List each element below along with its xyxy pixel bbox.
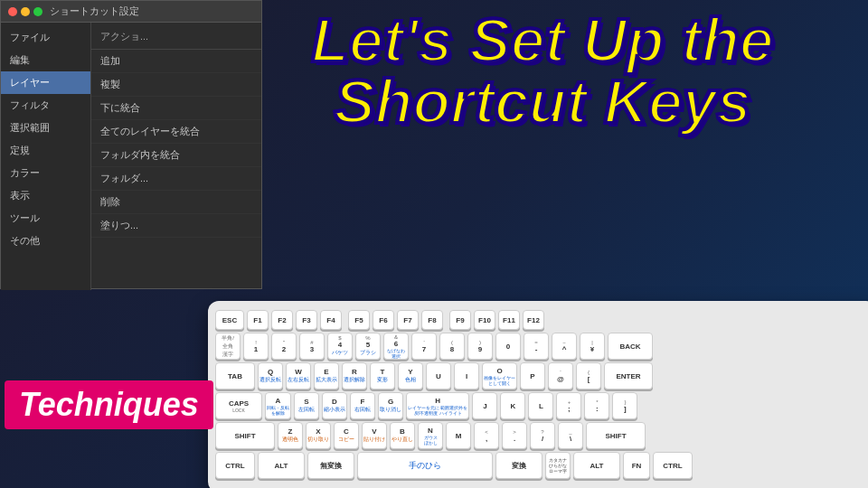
key-enter[interactable]: ENTER	[604, 362, 653, 389]
key-1[interactable]: !1	[243, 333, 269, 360]
action-merge-folder[interactable]: フォルダ内を統合	[91, 144, 261, 167]
menu-ruler[interactable]: 定規	[1, 139, 90, 162]
key-f8[interactable]: F8	[421, 310, 443, 330]
key-y[interactable]: Y色相	[398, 362, 423, 389]
action-delete[interactable]: 削除	[91, 191, 261, 214]
key-x[interactable]: X切り取り	[306, 422, 331, 449]
key-c[interactable]: Cコピー	[334, 422, 359, 449]
key-f7[interactable]: F7	[397, 310, 419, 330]
key-f9[interactable]: F9	[449, 310, 471, 330]
key-alt-left[interactable]: ALT	[258, 452, 305, 479]
title-overlay: Let's Set Up the Shortcut Keys	[217, 9, 868, 132]
key-j[interactable]: J	[472, 392, 497, 419]
key-caps[interactable]: CAPSLOCK	[215, 392, 262, 419]
key-f4[interactable]: F4	[320, 310, 342, 330]
key-4[interactable]: $4バケツ	[327, 333, 353, 360]
menu-tool[interactable]: ツール	[1, 207, 90, 230]
key-7[interactable]: '7	[411, 333, 437, 360]
key-p[interactable]: P	[520, 362, 545, 389]
key-u[interactable]: U	[426, 362, 451, 389]
key-o[interactable]: O画像をレイヤーとして開く	[482, 362, 517, 389]
key-d[interactable]: D縮小表示	[322, 392, 347, 419]
key-a[interactable]: A回転・反転を解除	[265, 392, 291, 419]
action-folder[interactable]: フォルダ...	[91, 167, 261, 191]
menu-view[interactable]: 表示	[1, 184, 90, 207]
left-menu: ファイル 編集 レイヤー フィルタ 選択範囲 定規 カラー 表示 ツール その他	[1, 23, 91, 290]
key-caret[interactable]: ~^	[552, 333, 577, 360]
menu-selection[interactable]: 選択範囲	[1, 117, 90, 139]
key-semicolon[interactable]: +;	[556, 392, 581, 419]
menu-color[interactable]: カラー	[1, 162, 90, 184]
key-period[interactable]: >.	[502, 422, 527, 449]
key-v[interactable]: V貼り付け	[362, 422, 387, 449]
key-henkan[interactable]: 変換	[495, 452, 542, 479]
key-bracket-open[interactable]: {[	[576, 362, 601, 389]
key-alt-right[interactable]: ALT	[573, 452, 620, 479]
key-backslash[interactable]: _\	[558, 422, 583, 449]
menu-layer[interactable]: レイヤー	[1, 71, 90, 94]
key-r[interactable]: R選択解除	[342, 362, 367, 389]
key-f10[interactable]: F10	[474, 310, 495, 330]
key-q[interactable]: Q選択反転	[258, 362, 283, 389]
key-katakana[interactable]: カタカナひらがなローマ字	[545, 452, 571, 479]
key-6[interactable]: &6なげなわ選択	[383, 333, 409, 360]
key-8[interactable]: (8	[439, 333, 465, 360]
key-muhenkan[interactable]: 無変換	[307, 452, 354, 479]
dot-red[interactable]	[8, 7, 17, 16]
key-hankaku[interactable]: 半角/全角漢字	[215, 333, 241, 360]
key-fn-key[interactable]: FN	[623, 452, 650, 479]
bottom-row: CTRL ALT 無変換 手のひら 変換 カタカナひらがなローマ字 ALT FN…	[215, 452, 868, 479]
key-at[interactable]: `@	[548, 362, 573, 389]
key-f12[interactable]: F12	[523, 310, 544, 330]
key-bracket-close[interactable]: }]	[612, 392, 637, 419]
key-comma[interactable]: <,	[474, 422, 499, 449]
key-b[interactable]: Bやり直し	[390, 422, 415, 449]
key-3[interactable]: #3	[299, 333, 325, 360]
key-l[interactable]: L	[528, 392, 553, 419]
action-fill[interactable]: 塗りつ...	[91, 214, 261, 238]
key-0[interactable]: 0	[495, 333, 521, 360]
keyboard: ESC F1 F2 F3 F4 F5 F6 F7 F8 F9 F10 F11 F…	[208, 301, 868, 488]
key-minus[interactable]: =-	[524, 333, 549, 360]
key-shift-right[interactable]: SHIFT	[586, 422, 646, 449]
menu-filter[interactable]: フィルタ	[1, 94, 90, 117]
key-tab[interactable]: TAB	[215, 362, 255, 389]
number-key-row: 半角/全角漢字 !1 "2 #3 $4バケツ %5ブラシ &6なげなわ選択 '7…	[215, 333, 868, 360]
key-ctrl-left[interactable]: CTRL	[215, 452, 255, 479]
key-f5[interactable]: F5	[348, 310, 370, 330]
key-f11[interactable]: F11	[498, 310, 520, 330]
key-f2[interactable]: F2	[271, 310, 293, 330]
key-f[interactable]: F右回転	[350, 392, 375, 419]
key-g[interactable]: G取り消し	[378, 392, 403, 419]
key-yen[interactable]: |¥	[580, 333, 605, 360]
key-shift-left[interactable]: SHIFT	[215, 422, 275, 449]
key-f6[interactable]: F6	[373, 310, 394, 330]
menu-edit[interactable]: 編集	[1, 49, 90, 71]
key-w[interactable]: W左右反転	[286, 362, 311, 389]
key-i[interactable]: I	[454, 362, 479, 389]
dot-green[interactable]	[33, 7, 42, 16]
key-colon[interactable]: *:	[584, 392, 609, 419]
menu-file[interactable]: ファイル	[1, 26, 90, 49]
key-esc[interactable]: ESC	[215, 310, 244, 330]
key-2[interactable]: "2	[271, 333, 297, 360]
key-5[interactable]: %5ブラシ	[355, 333, 381, 360]
key-slash[interactable]: ?/	[530, 422, 555, 449]
dot-yellow[interactable]	[21, 7, 30, 16]
menu-other[interactable]: その他	[1, 230, 90, 252]
key-f1[interactable]: F1	[247, 310, 269, 330]
key-f3[interactable]: F3	[296, 310, 317, 330]
key-k[interactable]: K	[500, 392, 525, 419]
key-t[interactable]: T変形	[370, 362, 395, 389]
key-e[interactable]: E拡大表示	[314, 362, 339, 389]
title-line2: Shortcut Keys	[217, 70, 868, 132]
key-space[interactable]: 手のひら	[357, 452, 493, 479]
key-ctrl-right[interactable]: CTRL	[653, 452, 693, 479]
key-z[interactable]: Z透明色	[278, 422, 303, 449]
key-s[interactable]: S左回転	[294, 392, 319, 419]
key-n[interactable]: Nガウスぼかし	[418, 422, 443, 449]
key-9[interactable]: )9	[467, 333, 493, 360]
key-h[interactable]: Hレイヤーを元に 範囲選択外を戻/不透明度 ハイライト	[406, 392, 469, 419]
key-backspace[interactable]: BACK	[608, 333, 653, 360]
key-m[interactable]: M	[446, 422, 471, 449]
